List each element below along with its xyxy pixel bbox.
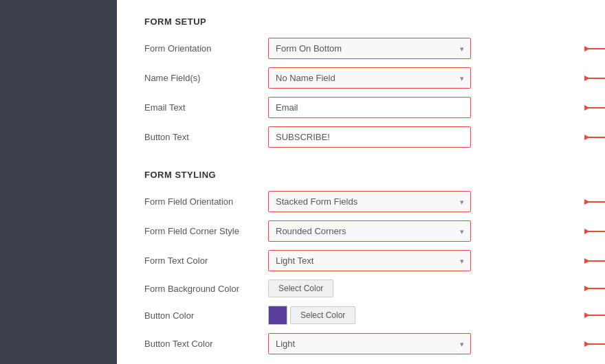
- bg-color-row: Form Background Color Select Color: [144, 280, 578, 297]
- email-text-control: [268, 97, 471, 118]
- name-fields-select[interactable]: No Name Field First Name Only First and …: [268, 67, 471, 89]
- arrow-indicator-5: [584, 194, 605, 210]
- btn-color-control: Select Color: [268, 306, 355, 325]
- form-styling-section: FORM STYLING Form Field Orientation Stac…: [144, 170, 578, 354]
- arrow-indicator-3: [584, 100, 605, 116]
- svg-marker-11: [584, 229, 590, 234]
- form-styling-title: FORM STYLING: [144, 170, 578, 180]
- button-text-row: Button Text: [144, 126, 578, 148]
- form-orientation-row: Form Orientation Form On Bottom Form On …: [144, 38, 578, 59]
- form-orientation-control: Form On Bottom Form On Top Form On Left …: [268, 38, 471, 59]
- svg-marker-9: [584, 199, 590, 205]
- btn-color-row: Button Color Select Color: [144, 306, 578, 325]
- field-orientation-control: Stacked Form Fields Inline Form Fields ▾: [268, 191, 471, 212]
- btn-text-color-row: Button Text Color Light Dark ▾: [144, 333, 578, 354]
- field-orientation-row: Form Field Orientation Stacked Form Fiel…: [144, 191, 578, 212]
- button-text-label: Button Text: [144, 132, 268, 142]
- text-color-row: Form Text Color Light Text Dark Text ▾: [144, 250, 578, 271]
- svg-marker-19: [584, 341, 590, 347]
- btn-color-button[interactable]: Select Color: [290, 306, 355, 324]
- arrow-indicator-1: [584, 41, 605, 57]
- btn-text-color-select[interactable]: Light Dark: [268, 333, 471, 354]
- text-color-control: Light Text Dark Text ▾: [268, 250, 471, 271]
- btn-color-label: Button Color: [144, 310, 268, 321]
- form-setup-title: FORM SETUP: [144, 16, 578, 27]
- email-text-label: Email Text: [144, 102, 268, 113]
- arrow-indicator-4: [584, 129, 605, 146]
- arrow-indicator-9: [584, 307, 605, 323]
- name-fields-row: Name Field(s) No Name Field First Name O…: [144, 67, 578, 89]
- arrow-indicator-2: [584, 70, 605, 87]
- corner-style-label: Form Field Corner Style: [144, 226, 268, 236]
- svg-marker-7: [584, 135, 590, 140]
- arrow-indicator-10: [584, 336, 605, 352]
- arrow-indicator-6: [584, 223, 605, 240]
- text-color-label: Form Text Color: [144, 255, 268, 266]
- arrow-indicator-7: [584, 253, 605, 269]
- bg-color-control: Select Color: [268, 280, 333, 297]
- button-text-input[interactable]: [268, 126, 471, 148]
- svg-marker-17: [584, 312, 590, 318]
- name-fields-control: No Name Field First Name Only First and …: [268, 67, 471, 89]
- text-color-select[interactable]: Light Text Dark Text: [268, 250, 471, 271]
- corner-style-row: Form Field Corner Style Rounded Corners …: [144, 220, 578, 242]
- btn-color-swatch: [268, 306, 287, 325]
- form-setup-section: FORM SETUP Form Orientation Form On Bott…: [144, 16, 578, 148]
- form-orientation-select[interactable]: Form On Bottom Form On Top Form On Left …: [268, 38, 471, 59]
- name-fields-label: Name Field(s): [144, 73, 268, 83]
- corner-style-select[interactable]: Rounded Corners Square Corners: [268, 220, 471, 242]
- field-orientation-label: Form Field Orientation: [144, 196, 268, 207]
- field-orientation-select[interactable]: Stacked Form Fields Inline Form Fields: [268, 191, 471, 212]
- form-orientation-label: Form Orientation: [144, 43, 268, 54]
- email-text-row: Email Text: [144, 97, 578, 118]
- svg-marker-15: [584, 286, 590, 291]
- email-text-input[interactable]: [268, 97, 471, 118]
- bg-color-label: Form Background Color: [144, 284, 268, 294]
- svg-marker-1: [584, 46, 590, 52]
- bg-color-button[interactable]: Select Color: [268, 280, 333, 297]
- svg-marker-3: [584, 76, 590, 81]
- sidebar: [0, 0, 117, 364]
- corner-style-control: Rounded Corners Square Corners ▾: [268, 220, 471, 242]
- btn-text-color-label: Button Text Color: [144, 339, 268, 349]
- svg-marker-13: [584, 258, 590, 264]
- btn-text-color-control: Light Dark ▾: [268, 333, 471, 354]
- svg-marker-5: [584, 105, 590, 111]
- main-content: FORM SETUP Form Orientation Form On Bott…: [117, 0, 605, 364]
- arrow-indicator-8: [584, 280, 605, 297]
- button-text-control: [268, 126, 471, 148]
